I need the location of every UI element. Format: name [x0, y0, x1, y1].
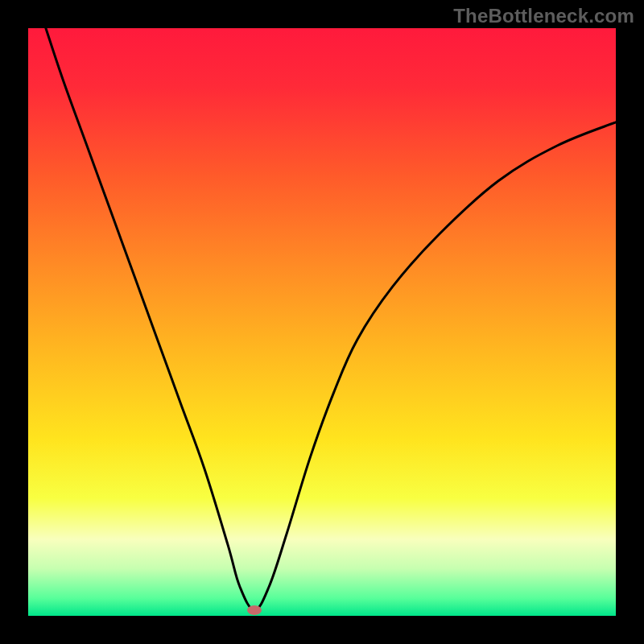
- chart-frame: TheBottleneck.com: [0, 0, 644, 644]
- bottleneck-curve: [28, 28, 616, 616]
- optimal-point-marker: [247, 605, 262, 615]
- watermark-text: TheBottleneck.com: [453, 5, 634, 27]
- plot-area: [28, 28, 616, 616]
